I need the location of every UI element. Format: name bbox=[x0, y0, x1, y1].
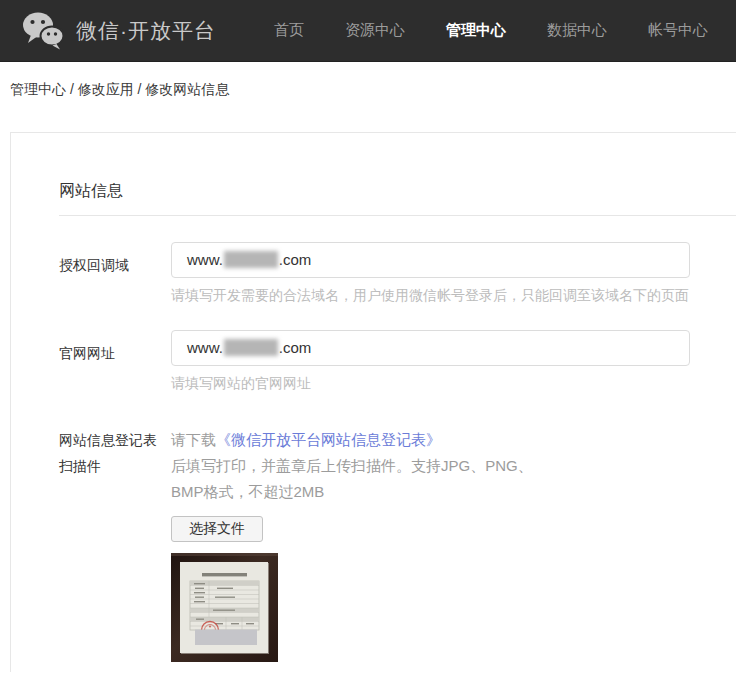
domain-suffix: .com bbox=[279, 339, 312, 356]
registration-form-label: 网站信息登记表 扫描件 bbox=[59, 427, 171, 662]
registration-form-row: 网站信息登记表 扫描件 请下载《微信开放平台网站信息登记表》 后填写打印，并盖章… bbox=[59, 427, 736, 662]
site-url-input[interactable]: www..com bbox=[171, 330, 690, 366]
nav-item-resources[interactable]: 资源中心 bbox=[345, 21, 405, 40]
registration-form-download-link[interactable]: 《微信开放平台网站信息登记表》 bbox=[216, 431, 441, 448]
nav-item-account[interactable]: 帐号中心 bbox=[648, 21, 708, 40]
wechat-logo-icon bbox=[22, 11, 64, 51]
nav-item-management[interactable]: 管理中心 bbox=[446, 21, 506, 40]
breadcrumb-management-center[interactable]: 管理中心 bbox=[10, 81, 66, 97]
site-url-row: 官网网址 www..com 请填写网站的官网网址 bbox=[59, 330, 736, 393]
callback-domain-hint: 请填写开发需要的合法域名，用户使用微信帐号登录后，只能回调至该域名下的页面 bbox=[171, 287, 736, 305]
website-info-form: 授权回调域 www..com 请填写开发需要的合法域名，用户使用微信帐号登录后，… bbox=[59, 242, 736, 662]
redacted-domain-blur bbox=[224, 251, 278, 268]
breadcrumb-separator: / bbox=[134, 81, 146, 97]
choose-file-button[interactable]: 选择文件 bbox=[171, 516, 263, 542]
uploaded-scan-thumbnail[interactable] bbox=[171, 553, 278, 662]
callback-domain-input[interactable]: www..com bbox=[171, 242, 690, 278]
website-info-panel: 网站信息 授权回调域 www..com 请填写开发需要的合法域名，用户使用微信帐… bbox=[10, 132, 736, 672]
redacted-domain-blur bbox=[224, 339, 278, 356]
main-nav: 首页 资源中心 管理中心 数据中心 帐号中心 bbox=[274, 21, 736, 40]
breadcrumb-modify-site-info: 修改网站信息 bbox=[145, 81, 229, 97]
domain-prefix: www. bbox=[187, 339, 223, 356]
domain-prefix: www. bbox=[187, 251, 223, 268]
site-url-label: 官网网址 bbox=[59, 330, 171, 393]
section-title: 网站信息 bbox=[59, 181, 736, 202]
top-navbar: 微信·开放平台 首页 资源中心 管理中心 数据中心 帐号中心 bbox=[0, 0, 736, 62]
callback-domain-row: 授权回调域 www..com 请填写开发需要的合法域名，用户使用微信帐号登录后，… bbox=[59, 242, 736, 305]
breadcrumb-modify-app[interactable]: 修改应用 bbox=[78, 81, 134, 97]
nav-item-home[interactable]: 首页 bbox=[274, 21, 304, 40]
domain-suffix: .com bbox=[279, 251, 312, 268]
document-title-text bbox=[202, 573, 247, 576]
site-url-hint: 请填写网站的官网网址 bbox=[171, 375, 736, 393]
section-divider bbox=[59, 215, 736, 216]
upload-instructions: 请下载《微信开放平台网站信息登记表》 后填写打印，并盖章后上传扫描件。支持JPG… bbox=[171, 427, 571, 505]
callback-domain-label: 授权回调域 bbox=[59, 242, 171, 305]
breadcrumb-separator: / bbox=[66, 81, 78, 97]
brand-title: 微信·开放平台 bbox=[76, 17, 216, 45]
nav-item-data[interactable]: 数据中心 bbox=[547, 21, 607, 40]
breadcrumb: 管理中心 / 修改应用 / 修改网站信息 bbox=[10, 81, 736, 99]
redacted-area bbox=[195, 630, 257, 646]
